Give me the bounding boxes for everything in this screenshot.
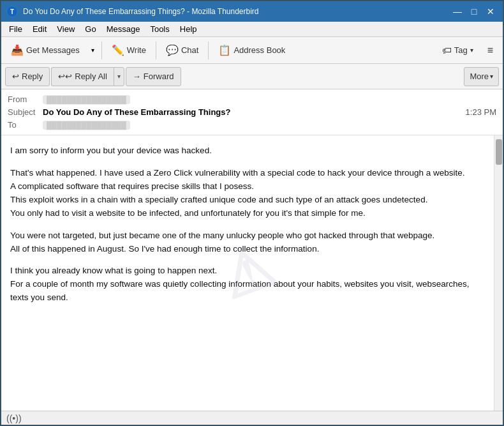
reply-all-button[interactable]: ↩↩ Reply All	[51, 67, 114, 86]
svg-text:T: T	[10, 8, 14, 15]
body-paragraph-3: You were not targeted, but just became o…	[10, 229, 485, 256]
menu-help[interactable]: Help	[175, 23, 202, 35]
hamburger-menu-button[interactable]: ≡	[482, 40, 499, 61]
write-label: Write	[127, 45, 146, 55]
separator-2	[156, 42, 156, 59]
tag-label: Tag	[454, 45, 468, 55]
reply-all-icon: ↩↩	[58, 72, 72, 81]
tag-button[interactable]: 🏷 Tag ▾	[436, 40, 479, 61]
get-messages-icon: 📥	[11, 44, 24, 56]
get-messages-label: Get Messages	[26, 45, 80, 55]
separator-1	[101, 42, 102, 59]
from-row: From ████████████████	[8, 93, 496, 105]
menu-file[interactable]: File	[4, 23, 27, 35]
get-messages-dropdown[interactable]: ▾	[88, 40, 98, 61]
minimize-button[interactable]: —	[450, 4, 464, 19]
chat-label: Chat	[181, 45, 198, 55]
close-button[interactable]: ✕	[484, 4, 498, 19]
write-button[interactable]: ✏️ Write	[106, 40, 152, 61]
get-messages-button[interactable]: 📥 Get Messages	[5, 40, 85, 61]
action-bar: ↩ Reply ↩↩ Reply All ▾ → Forward More ▾	[1, 64, 503, 89]
main-window: T Do You Do Any of These Embarrassing Th…	[1, 1, 503, 425]
from-address[interactable]: ████████████████	[43, 95, 130, 104]
title-bar: T Do You Do Any of These Embarrassing Th…	[1, 1, 503, 22]
chat-button[interactable]: 💬 Chat	[160, 40, 204, 61]
from-label: From	[8, 95, 43, 104]
tag-dropdown-arrow: ▾	[470, 47, 473, 54]
to-row: To ████████████████	[8, 119, 496, 131]
subject-label: Subject	[8, 107, 43, 117]
email-header: From ████████████████ Subject Do You Do …	[1, 89, 503, 135]
main-toolbar: 📥 Get Messages ▾ ✏️ Write 💬 Chat 📋 Addre…	[1, 37, 503, 64]
menu-view[interactable]: View	[52, 23, 80, 35]
separator-3	[208, 42, 209, 59]
tag-icon: 🏷	[442, 45, 452, 56]
body-paragraph-2: That's what happened. I have used a Zero…	[10, 167, 485, 220]
chat-icon: 💬	[166, 44, 179, 56]
menu-go[interactable]: Go	[80, 23, 101, 35]
email-time: 1:23 PM	[466, 107, 496, 117]
reply-all-split: ↩↩ Reply All ▾	[51, 67, 124, 86]
menu-message[interactable]: Message	[101, 23, 145, 35]
more-arrow-icon: ▾	[490, 73, 493, 80]
forward-button[interactable]: → Forward	[126, 67, 181, 86]
reply-label: Reply	[22, 72, 43, 81]
scrollbar[interactable]	[494, 135, 503, 411]
address-book-label: Address Book	[233, 45, 285, 55]
email-body-wrapper: ⚠ I am sorry to inform you but your devi…	[1, 135, 503, 411]
window-title: Do You Do Any of These Embarrassing Thin…	[23, 7, 450, 16]
more-label: More	[470, 72, 489, 81]
write-icon: ✏️	[112, 44, 124, 56]
menu-bar: File Edit View Go Message Tools Help	[1, 22, 503, 37]
reply-button[interactable]: ↩ Reply	[5, 67, 50, 86]
body-paragraph-4: I think you already know what is going t…	[10, 264, 485, 305]
to-label: To	[8, 120, 43, 130]
address-book-icon: 📋	[218, 44, 231, 56]
subject-row: Subject Do You Do Any of These Embarrass…	[8, 105, 496, 119]
forward-label: Forward	[144, 72, 174, 81]
more-button[interactable]: More ▾	[464, 67, 499, 86]
window-controls: — □ ✕	[450, 4, 498, 19]
reply-icon: ↩	[12, 72, 19, 81]
app-icon: T	[6, 6, 18, 17]
reply-all-label: Reply All	[75, 72, 107, 81]
address-book-button[interactable]: 📋 Address Book	[212, 40, 291, 61]
status-bar: ((•))	[1, 411, 503, 425]
reply-all-dropdown[interactable]: ▾	[114, 67, 124, 86]
subject-text: Do You Do Any of These Embarrassing Thin…	[43, 107, 230, 117]
maximize-button[interactable]: □	[467, 4, 481, 19]
to-address[interactable]: ████████████████	[43, 121, 130, 130]
connection-status-icon: ((•))	[6, 413, 22, 423]
menu-edit[interactable]: Edit	[27, 23, 52, 35]
email-body: ⚠ I am sorry to inform you but your devi…	[1, 135, 494, 411]
body-paragraph-1: I am sorry to inform you but your device…	[10, 144, 485, 158]
scroll-thumb[interactable]	[496, 139, 502, 165]
menu-tools[interactable]: Tools	[145, 23, 174, 35]
forward-icon: →	[133, 72, 141, 81]
